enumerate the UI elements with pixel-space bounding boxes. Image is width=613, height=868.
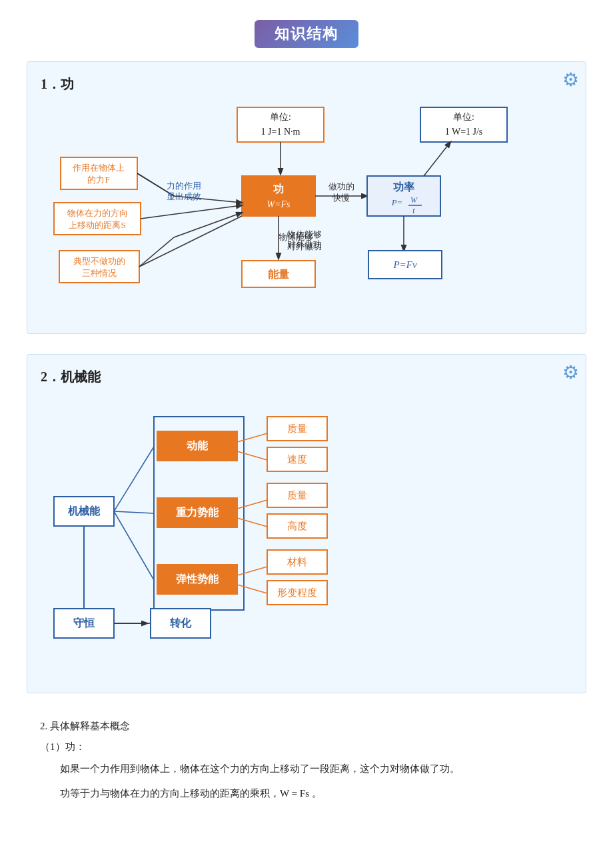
knowledge-badge: 知识结构 — [255, 20, 358, 48]
svg-text:显出成效: 显出成效 — [167, 191, 201, 201]
svg-line-37 — [424, 142, 450, 176]
section1-title: 1．功 — [41, 75, 566, 93]
svg-text:机械能: 机械能 — [67, 505, 101, 517]
svg-text:功率: 功率 — [393, 181, 415, 193]
svg-text:速度: 速度 — [287, 454, 307, 465]
bottom-text: 2. 具体解释基本概念 （1）功： 如果一个力作用到物体上，物体在这个力的方向上… — [27, 713, 586, 816]
svg-line-75 — [237, 585, 267, 593]
svg-text:形变程度: 形变程度 — [277, 587, 317, 598]
svg-text:单位:: 单位: — [453, 112, 474, 122]
svg-text:P=: P= — [391, 197, 403, 207]
svg-text:弹性势能: 弹性势能 — [176, 573, 219, 585]
svg-text:1 W=1 J/s: 1 W=1 J/s — [445, 127, 483, 137]
sub-item-1: （1）功： — [40, 741, 573, 753]
svg-text:质量: 质量 — [287, 490, 307, 501]
svg-text:作用在物体上: 作用在物体上 — [72, 163, 125, 173]
svg-text:能量: 能量 — [268, 268, 290, 280]
svg-text:上移动的距离S: 上移动的距离S — [69, 220, 125, 230]
svg-text:单位:: 单位: — [270, 112, 291, 122]
svg-line-20 — [141, 205, 242, 219]
section2-title: 2．机械能 — [41, 368, 566, 386]
svg-line-53 — [114, 447, 154, 511]
paragraph-1: 如果一个力作用到物体上，物体在这个力的方向上移动了一段距离，这个力对物体做了功。 — [40, 760, 573, 778]
svg-line-25 — [174, 213, 242, 237]
svg-text:功: 功 — [273, 183, 284, 195]
item-num: 2. 具体解释基本概念 — [40, 720, 573, 733]
svg-line-62 — [237, 433, 267, 442]
svg-text:典型不做功的: 典型不做功的 — [73, 256, 125, 266]
svg-line-69 — [237, 518, 267, 527]
svg-text:高度: 高度 — [287, 521, 307, 531]
svg-text:质量: 质量 — [287, 423, 307, 434]
svg-text:物体能够: 物体能够 — [287, 229, 322, 239]
svg-text:物体在力的方向: 物体在力的方向 — [67, 208, 128, 218]
svg-text:P=Fv: P=Fv — [392, 259, 416, 270]
svg-text:守恒: 守恒 — [73, 617, 95, 629]
svg-line-63 — [237, 451, 267, 460]
svg-text:对外做功: 对外做功 — [287, 239, 322, 249]
svg-text:转化: 转化 — [169, 617, 192, 629]
svg-text:动能: 动能 — [187, 439, 209, 451]
knowledge-title-area: 知识结构 — [27, 20, 586, 48]
svg-text:重力势能: 重力势能 — [176, 506, 219, 518]
svg-line-68 — [237, 500, 267, 509]
svg-line-55 — [114, 511, 154, 580]
svg-text:三种情况: 三种情况 — [82, 268, 117, 278]
svg-text:做功的: 做功的 — [328, 181, 354, 191]
svg-line-54 — [114, 511, 154, 513]
svg-text:W: W — [410, 195, 418, 205]
paragraph-2: 功等于力与物体在力的方向上移动的距离的乘积，W = Fs 。 — [40, 785, 573, 803]
svg-line-21 — [139, 216, 242, 267]
section1: ⚙ 1．功 单位: 1 J=1 N·m 单位: 1 W=1 J/s 功 W=Fs… — [27, 61, 586, 334]
svg-text:材料: 材料 — [287, 557, 307, 567]
svg-text:W=Fs: W=Fs — [267, 199, 291, 209]
svg-text:1 J=1 N·m: 1 J=1 N·m — [261, 127, 301, 137]
section1-diagram: 单位: 1 J=1 N·m 单位: 1 W=1 J/s 功 W=Fs 作用在物体… — [41, 104, 547, 317]
section2: ⚙ 2．机械能 机械能 动能 重力势能 弹性势能 — [27, 354, 586, 693]
svg-rect-7 — [242, 176, 315, 216]
gear-icon-1: ⚙ — [562, 69, 579, 91]
section2-diagram: 机械能 动能 重力势能 弹性势能 质量 速度 质量 高度 — [41, 397, 507, 677]
svg-text:力的作用: 力的作用 — [167, 181, 201, 191]
gear-icon-2: ⚙ — [562, 361, 579, 383]
svg-text:的力F: 的力F — [87, 175, 109, 185]
svg-text:快慢: 快慢 — [332, 193, 350, 203]
svg-line-74 — [237, 567, 267, 575]
